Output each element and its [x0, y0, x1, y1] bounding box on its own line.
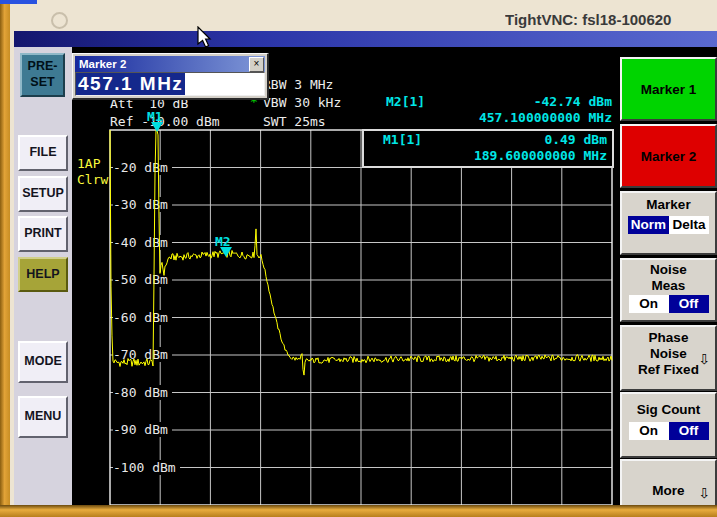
- help-button[interactable]: HELP: [18, 257, 68, 292]
- submenu-arrow-icon: ⇩: [698, 351, 710, 367]
- marker2-name: M2[1]: [386, 94, 425, 110]
- marker1-readout: M1[1] 0.49 dBm 189.600000000 MHz: [362, 129, 614, 168]
- dialog-titlebar[interactable]: Marker 2 ×: [75, 56, 265, 72]
- marker1-name: M1[1]: [383, 132, 422, 148]
- sweep-time-readout: SWT 25ms: [263, 114, 326, 129]
- marker2-triangle-icon: [220, 247, 232, 257]
- marker2-level: -42.74 dBm: [534, 94, 612, 110]
- marker1-frequency: 189.600000000 MHz: [369, 148, 607, 164]
- window-menu-icon[interactable]: [51, 12, 68, 29]
- norm-option-selected[interactable]: Norm: [628, 216, 669, 234]
- vnc-titlebar[interactable]: TightVNC: fsl18-100620: [10, 4, 717, 31]
- sig-count-off-option-selected[interactable]: Off: [669, 422, 709, 440]
- preset-button[interactable]: PRE-SET: [20, 53, 65, 97]
- noise-meas-on-option[interactable]: On: [629, 295, 669, 313]
- selected-input-value: 457.1 MHz: [76, 73, 185, 95]
- menu-button[interactable]: MENU: [18, 396, 68, 438]
- sig-count-on-option[interactable]: On: [629, 422, 669, 440]
- print-button[interactable]: PRINT: [18, 216, 68, 252]
- marker2-entry-dialog: Marker 2 × 457.1 MHz: [72, 53, 269, 100]
- trace-detector-label: Clrw: [77, 172, 108, 187]
- app-titlebar[interactable]: (Front Panel Simulation): [14, 31, 717, 47]
- softkey-marker-2[interactable]: Marker 2: [620, 124, 717, 188]
- delta-option[interactable]: Delta: [669, 216, 709, 234]
- close-icon[interactable]: ×: [249, 57, 264, 72]
- vnc-window-title: TightVNC: fsl18-100620: [505, 11, 717, 28]
- softkey-marker-norm-delta[interactable]: Marker Norm Delta: [620, 191, 717, 255]
- rbw-readout: RBW 3 MHz: [263, 77, 333, 92]
- ref-level-readout: Ref -10.00 dBm: [110, 114, 220, 129]
- window-frame-left: [0, 4, 10, 505]
- vnc-window: TightVNC: fsl18-100620 (Front Panel Simu…: [0, 0, 717, 517]
- noise-meas-off-option-selected[interactable]: Off: [669, 295, 709, 313]
- file-button[interactable]: FILE: [18, 135, 68, 171]
- softkey-phase-noise-ref-fixed[interactable]: Phase Noise Ref Fixed ⇩: [620, 325, 717, 391]
- more-arrow-icon: ⇩: [698, 485, 710, 501]
- trace-mode-label: 1AP: [77, 156, 100, 171]
- marker1-level: 0.49 dBm: [544, 132, 607, 148]
- mode-button[interactable]: MODE: [18, 341, 68, 383]
- marker2-frequency: 457.100000000 MHz: [372, 110, 612, 126]
- marker2-readout: M2[1] -42.74 dBm 457.100000000 MHz: [372, 94, 612, 126]
- marker-frequency-input[interactable]: 457.1 MHz: [75, 72, 265, 96]
- window-frame-bottom: [0, 505, 717, 517]
- setup-button[interactable]: SETUP: [18, 176, 68, 212]
- vbw-readout: VBW 30 kHz: [263, 95, 341, 110]
- mouse-cursor-icon: [197, 26, 213, 50]
- dialog-title: Marker 2: [79, 58, 126, 70]
- marker1-triangle-icon: [151, 122, 163, 132]
- softkey-sig-count[interactable]: Sig Count On Off: [620, 392, 717, 458]
- softkey-marker-1[interactable]: Marker 1: [620, 57, 717, 121]
- softkey-noise-meas[interactable]: Noise Meas On Off: [620, 258, 717, 322]
